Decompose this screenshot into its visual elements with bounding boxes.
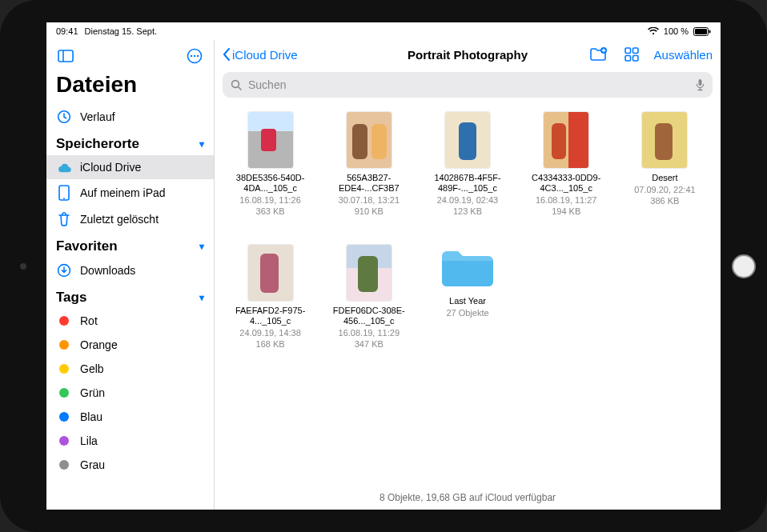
svg-point-7	[194, 55, 195, 57]
sidebar-item[interactable]: Auf meinem iPad	[46, 179, 214, 206]
status-date: Dienstag 15. Sept.	[85, 26, 158, 36]
battery-text: 100 %	[664, 26, 689, 36]
tag-dot	[56, 412, 72, 422]
sidebar-item[interactable]: Zuletzt gelöscht	[46, 206, 214, 232]
file-grid: 38DE5356-540D-4DA..._105_c16.08.19, 11:2…	[215, 104, 721, 487]
sidebar-item[interactable]: Grün	[46, 381, 214, 405]
file-tile[interactable]: C4334333-0DD9-4C3..._105_c16.08.19, 11:2…	[522, 112, 611, 232]
sidebar-item[interactable]: Downloads	[46, 258, 214, 283]
file-meta: 16.08.19, 11:27194 KB	[536, 195, 596, 218]
footer-status: 8 Objekte, 19,68 GB auf iCloud verfügbar	[215, 487, 721, 510]
file-meta: 24.09.19, 14:38168 KB	[239, 328, 300, 350]
file-tile[interactable]: FDEF06DC-308E-456..._105_c16.08.19, 11:2…	[324, 245, 413, 365]
file-name: Last Year	[449, 296, 486, 306]
file-tile[interactable]: 565A3B27-EDE4-...CF3B730.07.18, 13:21910…	[324, 112, 413, 232]
front-camera	[20, 263, 26, 270]
image-thumbnail	[347, 245, 392, 301]
sidebar-item-label: Verlauf	[80, 110, 115, 123]
file-tile[interactable]: FAEFAFD2-F975-4..._105_c24.09.19, 14:381…	[226, 245, 315, 365]
download-icon	[56, 263, 72, 278]
back-button[interactable]: iCloud Drive	[223, 48, 298, 62]
sidebar-item[interactable]: Orange	[46, 333, 214, 357]
page-title: Portrait Photography	[408, 48, 528, 62]
sidebar-section-title: Speicherorte	[56, 136, 139, 152]
sidebar-item-label: Downloads	[80, 264, 135, 277]
search-field[interactable]: Suchen	[223, 72, 713, 98]
file-meta: 30.07.18, 13:21910 KB	[339, 195, 400, 218]
sidebar-item-label: Grün	[80, 386, 105, 399]
cloud-icon	[56, 162, 72, 173]
sidebar-section-header[interactable]: Tags▾	[46, 283, 214, 309]
file-meta: 24.09.19, 02:43123 KB	[437, 195, 498, 218]
sidebar-item-label: Gelb	[80, 362, 104, 375]
svg-rect-14	[625, 48, 631, 54]
folder-icon	[439, 245, 496, 291]
search-placeholder: Suchen	[248, 78, 286, 91]
image-thumbnail	[445, 112, 490, 168]
svg-rect-17	[632, 56, 638, 62]
file-meta: 16.08.19, 11:26363 KB	[239, 195, 300, 218]
search-icon	[231, 79, 242, 90]
sidebar-section-header[interactable]: Favoriten▾	[46, 232, 214, 258]
svg-rect-2	[709, 30, 711, 33]
view-mode-button[interactable]	[620, 43, 643, 66]
clock-icon	[56, 110, 72, 124]
svg-point-8	[197, 55, 199, 57]
new-folder-button[interactable]	[587, 43, 609, 66]
back-label: iCloud Drive	[232, 48, 298, 62]
file-tile[interactable]: 1402867B-4F5F-489F-..._105_c24.09.19, 02…	[423, 112, 512, 232]
ipad-frame: 09:41 Dienstag 15. Sept. 100 %	[0, 0, 767, 532]
sidebar-item[interactable]: Rot	[46, 309, 214, 333]
sidebar-item-recents[interactable]: Verlauf	[46, 104, 214, 130]
sidebar-item-label: Grau	[80, 458, 105, 471]
tag-dot	[56, 364, 72, 374]
mic-icon[interactable]	[696, 78, 705, 91]
tag-dot	[56, 340, 72, 350]
tag-dot	[56, 316, 72, 326]
file-name: Desert	[652, 173, 677, 183]
trash-icon	[56, 212, 72, 226]
status-bar: 09:41 Dienstag 15. Sept. 100 %	[46, 22, 721, 40]
chevron-down-icon: ▾	[199, 241, 204, 252]
sidebar-section-header[interactable]: Speicherorte▾	[46, 130, 214, 155]
folder-tile[interactable]: Last Year27 Objekte	[423, 245, 512, 365]
sidebar-item-label: iCloud Drive	[80, 161, 141, 174]
file-tile[interactable]: Desert07.09.20, 22:41386 KB	[620, 112, 709, 232]
sidebar-item-label: Rot	[80, 314, 98, 327]
sidebar-item-label: Orange	[80, 338, 118, 351]
file-tile[interactable]: 38DE5356-540D-4DA..._105_c16.08.19, 11:2…	[226, 112, 315, 232]
sidebar-item[interactable]: iCloud Drive	[46, 155, 214, 179]
sidebar-toggle-button[interactable]	[54, 45, 77, 67]
sidebar-section-title: Favoriten	[56, 238, 118, 254]
svg-rect-20	[699, 79, 702, 86]
sidebar-section-title: Tags	[56, 290, 86, 306]
more-button[interactable]	[183, 45, 206, 67]
sidebar-item-label: Blau	[80, 410, 102, 423]
chevron-down-icon: ▾	[199, 138, 204, 150]
file-name: 1402867B-4F5F-489F-..._105_c	[429, 173, 506, 194]
select-button[interactable]: Auswählen	[654, 48, 713, 62]
sidebar-item[interactable]: Gelb	[46, 357, 214, 381]
image-thumbnail	[544, 112, 588, 168]
sidebar: Dateien Verlauf Speicherorte▾iCloud Driv…	[46, 40, 215, 510]
svg-point-6	[191, 55, 192, 57]
sidebar-item-label: Lila	[80, 434, 98, 447]
file-name: C4334333-0DD9-4C3..._105_c	[528, 173, 604, 194]
sidebar-item[interactable]: Lila	[46, 429, 214, 453]
sidebar-item-label: Auf meinem iPad	[80, 186, 166, 199]
chevron-down-icon: ▾	[199, 292, 204, 303]
file-meta: 16.08.19, 11:29347 KB	[339, 328, 400, 350]
svg-rect-15	[632, 48, 638, 54]
tag-dot	[56, 436, 72, 446]
image-thumbnail	[248, 112, 293, 168]
image-thumbnail	[248, 245, 293, 301]
ipad-icon	[56, 185, 72, 201]
sidebar-item[interactable]: Grau	[46, 453, 214, 477]
svg-rect-16	[625, 56, 631, 62]
file-name: 38DE5356-540D-4DA..._105_c	[232, 173, 309, 194]
home-button[interactable]	[732, 254, 756, 278]
main-panel: iCloud Drive Portrait Photography Auswäh…	[215, 40, 721, 510]
sidebar-item[interactable]: Blau	[46, 405, 214, 429]
svg-line-19	[239, 87, 242, 90]
sidebar-title: Dateien	[46, 70, 214, 104]
